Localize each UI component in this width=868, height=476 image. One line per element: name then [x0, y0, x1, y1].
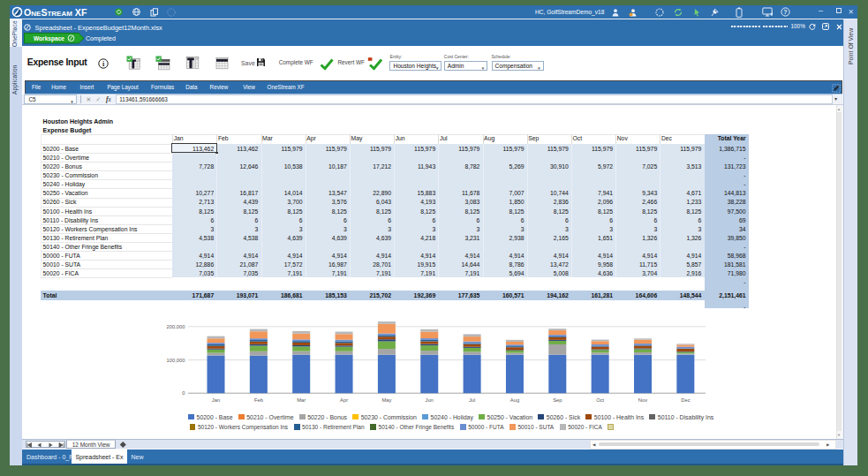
svg-text:?: ?	[783, 9, 787, 15]
svg-text:Workspace: Workspace	[34, 35, 64, 42]
svg-text:★: ★	[770, 11, 773, 17]
svg-text:i: i	[102, 60, 104, 68]
